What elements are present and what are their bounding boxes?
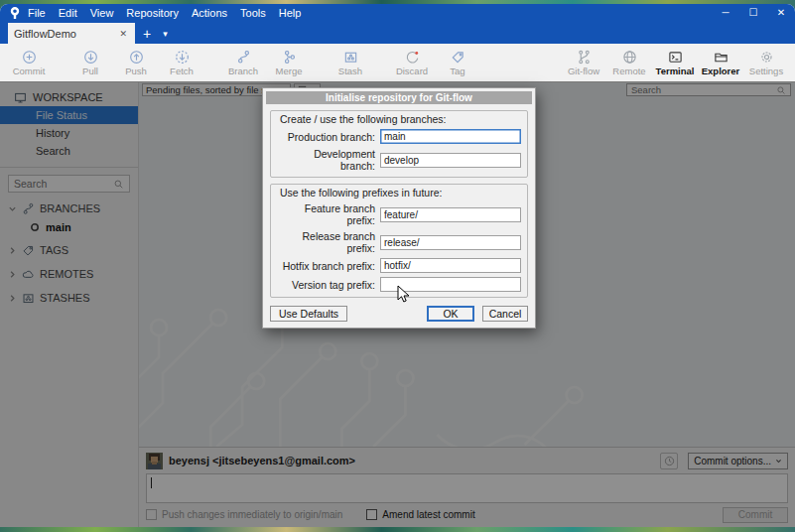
window-controls: ─ ☐ ✕ xyxy=(712,4,795,22)
branch-icon xyxy=(236,50,251,65)
gitflow-label: Git-flow xyxy=(568,66,599,76)
remote-icon xyxy=(622,50,637,65)
branch-toolbar-button[interactable]: Branch xyxy=(220,50,266,76)
tab-gitflowdemo[interactable]: GitflowDemo ✕ xyxy=(8,23,135,44)
commit-icon xyxy=(22,50,37,65)
merge-icon xyxy=(282,50,297,65)
toolbar-group-sync: Pull Push Fetch xyxy=(67,50,204,76)
close-button[interactable]: ✕ xyxy=(767,4,795,22)
production-branch-input[interactable] xyxy=(380,129,521,144)
maximize-button[interactable]: ☐ xyxy=(739,4,767,22)
pull-icon xyxy=(83,50,98,65)
new-tab-button[interactable]: + xyxy=(135,24,159,44)
toolbar-group-commit: Commit xyxy=(6,50,52,76)
release-prefix-row: Release branch prefix: xyxy=(277,230,521,254)
fetch-toolbar-button[interactable]: Fetch xyxy=(159,50,204,76)
production-branch-label: Production branch: xyxy=(277,131,380,143)
commit-toolbar-button[interactable]: Commit xyxy=(6,50,52,76)
minimize-button[interactable]: ─ xyxy=(712,4,739,22)
prefixes-group: Use the following prefixes in future: Fe… xyxy=(270,184,528,298)
gitflow-toolbar-button[interactable]: Git-flow xyxy=(561,50,606,76)
version-tag-prefix-label: Version tag prefix: xyxy=(277,279,380,291)
feature-prefix-label: Feature branch prefix: xyxy=(277,202,380,226)
toolbar: Commit Pull Push Fetch xyxy=(0,44,795,82)
toolbar-group-stash: Stash xyxy=(328,50,373,76)
push-label: Push xyxy=(125,66,147,76)
commit-label: Commit xyxy=(13,66,46,76)
toolbar-group-branch: Branch Merge xyxy=(220,50,312,76)
push-icon xyxy=(129,50,144,65)
menu-edit[interactable]: Edit xyxy=(59,7,77,19)
settings-gear-icon xyxy=(759,50,774,65)
merge-label: Merge xyxy=(276,66,303,76)
explorer-label: Explorer xyxy=(702,66,740,76)
explorer-toolbar-button[interactable]: Explorer xyxy=(698,50,743,76)
development-branch-row: Development branch: xyxy=(277,148,521,172)
tag-toolbar-button[interactable]: Tag xyxy=(435,50,480,76)
toolbar-right-group: Git-flow Remote Terminal Explorer xyxy=(561,50,789,76)
stash-icon xyxy=(343,50,358,65)
stash-label: Stash xyxy=(338,66,362,76)
toolbar-group-discard: Discard Tag xyxy=(389,50,480,76)
stash-toolbar-button[interactable]: Stash xyxy=(328,50,373,76)
mouse-cursor xyxy=(397,285,410,304)
push-toolbar-button[interactable]: Push xyxy=(113,50,159,76)
menu-tools[interactable]: Tools xyxy=(240,7,266,19)
dialog-title: Initialise repository for Git-flow xyxy=(266,91,532,104)
branch-label: Branch xyxy=(228,66,258,76)
release-prefix-input[interactable] xyxy=(380,235,521,250)
tab-dropdown-icon[interactable]: ▾ xyxy=(159,24,172,44)
explorer-icon xyxy=(714,50,729,65)
sourcetree-window: File Edit View Repository Actions Tools … xyxy=(0,4,795,527)
pull-label: Pull xyxy=(82,66,98,76)
discard-label: Discard xyxy=(396,66,428,76)
merge-toolbar-button[interactable]: Merge xyxy=(266,50,312,76)
hotfix-prefix-label: Hotfix branch prefix: xyxy=(277,260,380,272)
fetch-icon xyxy=(175,50,190,65)
discard-toolbar-button[interactable]: Discard xyxy=(389,50,435,76)
cancel-button[interactable]: Cancel xyxy=(482,306,528,322)
menu-repository[interactable]: Repository xyxy=(126,7,179,19)
settings-toolbar-button[interactable]: Settings xyxy=(743,50,789,76)
menu-file[interactable]: File xyxy=(28,7,46,19)
sourcetree-logo-icon xyxy=(8,6,22,20)
branches-group-legend: Create / use the following branches: xyxy=(277,113,523,125)
discard-icon xyxy=(405,50,420,65)
menu-actions[interactable]: Actions xyxy=(192,7,227,19)
hotfix-prefix-row: Hotfix branch prefix: xyxy=(277,258,521,273)
remote-toolbar-button[interactable]: Remote xyxy=(606,50,652,76)
fetch-label: Fetch xyxy=(170,66,194,76)
terminal-toolbar-button[interactable]: Terminal xyxy=(652,50,698,76)
branches-group: Create / use the following branches: Pro… xyxy=(270,110,528,178)
terminal-icon xyxy=(668,50,683,65)
terminal-label: Terminal xyxy=(656,66,695,76)
prefixes-group-legend: Use the following prefixes in future: xyxy=(277,187,523,199)
tab-bar: GitflowDemo ✕ + ▾ xyxy=(0,22,795,44)
release-prefix-label: Release branch prefix: xyxy=(277,230,380,254)
tab-label: GitflowDemo xyxy=(14,28,117,40)
gitflow-icon xyxy=(577,50,592,65)
ok-button[interactable]: OK xyxy=(427,306,474,322)
development-branch-input[interactable] xyxy=(380,153,521,168)
menu-help[interactable]: Help xyxy=(279,7,302,19)
feature-prefix-input[interactable] xyxy=(380,207,521,222)
tab-close-icon[interactable]: ✕ xyxy=(117,29,129,39)
tag-icon xyxy=(451,50,465,65)
hotfix-prefix-input[interactable] xyxy=(380,258,521,273)
development-branch-label: Development branch: xyxy=(277,148,380,172)
menu-view[interactable]: View xyxy=(90,7,114,19)
settings-label: Settings xyxy=(749,66,783,76)
use-defaults-button[interactable]: Use Defaults xyxy=(270,306,347,322)
pull-toolbar-button[interactable]: Pull xyxy=(67,50,113,76)
feature-prefix-row: Feature branch prefix: xyxy=(277,202,521,226)
tag-label: Tag xyxy=(450,66,464,76)
title-bar: File Edit View Repository Actions Tools … xyxy=(0,4,795,22)
dialog-buttons-row: Use Defaults OK Cancel xyxy=(270,306,528,322)
menu-bar: File Edit View Repository Actions Tools … xyxy=(28,7,301,19)
remote-label: Remote xyxy=(612,66,645,76)
production-branch-row: Production branch: xyxy=(277,129,521,144)
